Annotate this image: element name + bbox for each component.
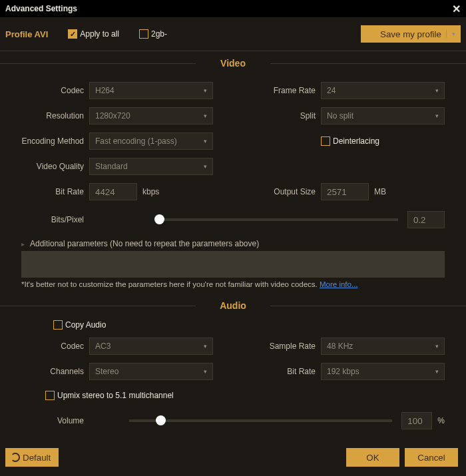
additional-params-hint: *It's better not to customize the parame…: [21, 280, 445, 288]
checkbox-icon: [53, 320, 63, 330]
upmix-checkbox[interactable]: Upmix stereo to 5.1 multichannel: [45, 391, 174, 400]
save-profile-button[interactable]: Save my profile ▾: [361, 25, 461, 43]
close-icon[interactable]: ✕: [452, 3, 461, 15]
sample-rate-label: Sample Rate: [253, 342, 321, 351]
codec-label: Codec: [21, 86, 89, 95]
framerate-label: Frame Rate: [253, 86, 321, 95]
video-quality-label: Video Quality: [21, 162, 89, 171]
channels-label: Channels: [21, 367, 89, 376]
output-size-label: Output Size: [253, 187, 321, 196]
more-info-link[interactable]: More info...: [320, 280, 358, 288]
audio-codec-label: Codec: [21, 342, 89, 351]
apply-to-all-checkbox[interactable]: Apply to all: [68, 29, 119, 39]
checkbox-icon: [68, 29, 77, 39]
volume-slider[interactable]: [129, 419, 392, 422]
audio-bitrate-select[interactable]: 192 kbps▾: [321, 363, 445, 380]
two-gb-label: 2gb-: [151, 29, 167, 39]
ok-button[interactable]: OK: [346, 448, 399, 467]
chevron-down-icon: ▾: [435, 343, 439, 350]
upmix-label: Upmix stereo to 5.1 multichannel: [57, 391, 174, 400]
apply-to-all-label: Apply to all: [80, 29, 119, 39]
volume-label: Volume: [21, 416, 89, 425]
resolution-label: Resolution: [21, 111, 89, 120]
reset-icon: [11, 453, 20, 462]
chevron-down-icon: ▾: [204, 343, 207, 350]
sample-rate-select[interactable]: 48 KHz▾: [321, 338, 445, 355]
encoding-method-select[interactable]: Fast encoding (1-pass)▾: [89, 132, 213, 150]
video-bitrate-unit: kbps: [142, 187, 159, 196]
bits-pixel-label: Bits/Pixel: [21, 215, 89, 224]
framerate-select[interactable]: 24▾: [321, 82, 445, 99]
audio-codec-select[interactable]: AC3▾: [89, 338, 213, 355]
two-gb-checkbox[interactable]: 2gb-: [139, 29, 167, 39]
video-section-header: Video: [0, 54, 466, 73]
bits-pixel-input[interactable]: [407, 211, 445, 228]
chevron-down-icon: ▾: [204, 138, 207, 144]
chevron-down-icon: ▾: [204, 163, 207, 170]
checkbox-icon: [321, 136, 330, 146]
audio-section-header: Audio: [0, 296, 466, 315]
bits-pixel-slider[interactable]: [154, 218, 398, 221]
video-bitrate-input[interactable]: [89, 183, 137, 200]
save-profile-label: Save my profile: [380, 29, 441, 39]
profile-name: Profile AVI: [5, 29, 48, 39]
split-select[interactable]: No split▾: [321, 107, 445, 124]
copy-audio-checkbox[interactable]: Copy Audio: [53, 320, 106, 330]
output-size-unit: MB: [374, 187, 386, 196]
checkbox-icon: [45, 391, 55, 400]
slider-thumb[interactable]: [154, 214, 164, 224]
slider-thumb[interactable]: [156, 415, 166, 425]
additional-params-input[interactable]: [21, 251, 445, 278]
copy-audio-label: Copy Audio: [65, 320, 106, 330]
checkbox-icon: [139, 29, 148, 39]
chevron-down-icon: ▾: [435, 368, 439, 375]
expand-toggle-icon[interactable]: ▸: [21, 240, 25, 248]
channels-select[interactable]: Stereo▾: [89, 363, 213, 380]
split-label: Split: [253, 111, 321, 120]
chevron-down-icon: ▾: [435, 87, 439, 94]
chevron-down-icon: ▾: [204, 87, 207, 94]
video-codec-select[interactable]: H264▾: [89, 82, 213, 99]
output-size-input[interactable]: [321, 183, 369, 200]
audio-bitrate-label: Bit Rate: [253, 367, 321, 376]
chevron-down-icon: ▾: [446, 30, 455, 38]
deinterlacing-label: Deinterlacing: [333, 136, 379, 146]
volume-unit: %: [437, 416, 445, 425]
resolution-select[interactable]: 1280x720▾: [89, 107, 213, 124]
dialog-title: Advanced Settings: [5, 4, 77, 13]
deinterlacing-checkbox[interactable]: Deinterlacing: [321, 136, 379, 146]
encoding-method-label: Encoding Method: [21, 136, 89, 146]
additional-params-label: Additional parameters (No need to repeat…: [30, 239, 259, 248]
cancel-button[interactable]: Cancel: [405, 448, 458, 467]
default-button[interactable]: Default: [5, 448, 59, 467]
chevron-down-icon: ▾: [204, 113, 207, 119]
chevron-down-icon: ▾: [204, 368, 207, 375]
video-bitrate-label: Bit Rate: [21, 187, 89, 196]
chevron-down-icon: ▾: [435, 113, 439, 119]
video-quality-select[interactable]: Standard▾: [89, 158, 213, 175]
volume-input[interactable]: [401, 412, 432, 429]
